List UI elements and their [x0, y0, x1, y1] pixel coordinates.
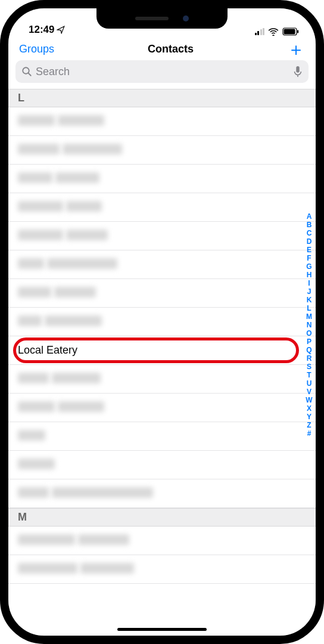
index-letter[interactable]: Z [305, 421, 313, 429]
search-field[interactable] [15, 60, 309, 83]
index-letter[interactable]: E [305, 246, 313, 254]
index-letter[interactable]: U [305, 379, 313, 388]
index-letter[interactable]: N [305, 321, 313, 329]
contact-row-local-eatery[interactable]: Local Eatery [8, 336, 316, 365]
contact-row-redacted[interactable] [8, 222, 316, 250]
index-letter[interactable]: T [305, 371, 313, 379]
alpha-index[interactable]: ABCDEFGHIJKLMNOPQRSTUVWXYZ# [305, 212, 313, 438]
contact-row-redacted[interactable] [8, 394, 316, 422]
index-letter[interactable]: Q [305, 346, 313, 354]
index-letter[interactable]: # [305, 429, 313, 438]
index-letter[interactable]: X [305, 404, 313, 413]
section-header-L: L [8, 89, 316, 107]
index-letter[interactable]: S [305, 363, 313, 371]
index-letter[interactable]: Y [305, 413, 313, 421]
contact-row-redacted[interactable] [8, 165, 316, 193]
index-letter[interactable]: M [305, 312, 313, 321]
contact-row-redacted[interactable] [8, 527, 316, 555]
contact-row-redacted[interactable] [8, 555, 316, 584]
index-letter[interactable]: L [305, 304, 313, 312]
notch [96, 8, 228, 29]
contact-row-redacted[interactable] [8, 250, 316, 279]
index-letter[interactable]: R [305, 354, 313, 363]
search-icon [21, 66, 32, 77]
nav-bar: Groups Contacts ＋ [8, 37, 316, 60]
battery-icon [282, 27, 299, 36]
index-letter[interactable]: W [305, 396, 313, 404]
contact-row-redacted[interactable] [8, 365, 316, 394]
location-icon [57, 26, 65, 34]
contact-row-redacted[interactable] [8, 479, 316, 508]
status-time: 12:49 [29, 24, 54, 36]
svg-rect-2 [297, 30, 298, 33]
contacts-list[interactable]: L Local Eatery M [8, 89, 316, 636]
index-letter[interactable]: F [305, 254, 313, 262]
home-indicator[interactable] [117, 628, 207, 631]
index-letter[interactable]: I [305, 279, 313, 287]
index-letter[interactable]: V [305, 388, 313, 396]
microphone-icon[interactable] [293, 66, 303, 78]
index-letter[interactable]: H [305, 271, 313, 279]
contact-row-redacted[interactable] [8, 107, 316, 136]
svg-line-4 [29, 73, 31, 76]
contact-row-redacted[interactable] [8, 308, 316, 336]
add-contact-button[interactable]: ＋ [287, 44, 305, 55]
section-header-M: M [8, 508, 316, 527]
svg-rect-5 [296, 66, 299, 73]
index-letter[interactable]: C [305, 229, 313, 237]
cellular-icon [255, 28, 265, 35]
contact-row-redacted[interactable] [8, 193, 316, 222]
index-letter[interactable]: O [305, 329, 313, 338]
index-letter[interactable]: D [305, 237, 313, 246]
wifi-icon [268, 27, 279, 36]
contact-row-redacted[interactable] [8, 422, 316, 451]
index-letter[interactable]: J [305, 287, 313, 296]
contact-row-redacted[interactable] [8, 136, 316, 165]
page-title: Contacts [148, 43, 194, 55]
groups-button[interactable]: Groups [19, 43, 54, 55]
index-letter[interactable]: G [305, 262, 313, 271]
contact-row-redacted[interactable] [8, 279, 316, 308]
iphone-frame: 12:49 Groups Contacts ＋ L [0, 0, 324, 644]
index-letter[interactable]: B [305, 221, 313, 229]
index-letter[interactable]: A [305, 212, 313, 221]
contact-name: Local Eatery [18, 344, 77, 356]
search-input[interactable] [36, 66, 293, 78]
contact-row-redacted[interactable] [8, 451, 316, 479]
svg-rect-1 [284, 29, 295, 35]
index-letter[interactable]: P [305, 338, 313, 346]
index-letter[interactable]: K [305, 296, 313, 304]
